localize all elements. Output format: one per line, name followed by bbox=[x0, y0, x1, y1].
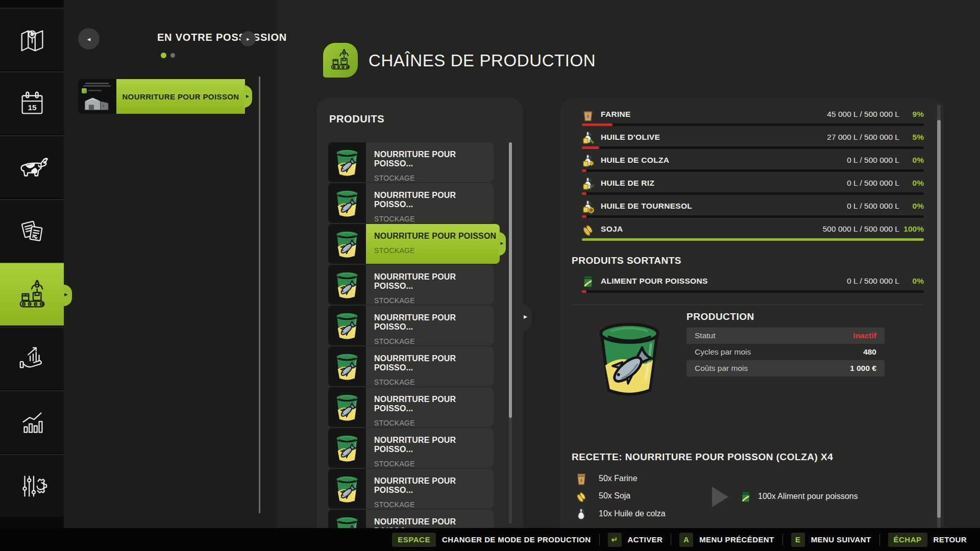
panel-expander[interactable]: ▸ bbox=[523, 304, 532, 331]
product-list-item[interactable]: NOURRITURE POUR POISSO... STOCKAGE bbox=[328, 428, 494, 468]
fish-food-bucket-icon bbox=[328, 224, 366, 264]
carousel-next-button[interactable]: ▸ bbox=[240, 31, 256, 46]
product-list-item[interactable]: NOURRITURE POUR POISSO... STOCKAGE bbox=[328, 346, 494, 386]
sidebar-item-calendar[interactable]: 15 bbox=[0, 71, 64, 134]
possession-item-arrow-icon: ▸ bbox=[246, 92, 249, 99]
input-row-soja: SOJA 500 000 L / 500 000 L 100% bbox=[582, 221, 924, 242]
input-bar-fill bbox=[582, 146, 599, 149]
input-bar bbox=[582, 215, 924, 218]
carousel-dot[interactable] bbox=[170, 53, 175, 58]
hint-previous-menu[interactable]: A MENU PRÉCÉDENT bbox=[679, 533, 774, 547]
hint-back[interactable]: ÉCHAP RETOUR bbox=[888, 533, 967, 547]
details-scrollbar-thumb[interactable] bbox=[937, 120, 941, 518]
input-bar bbox=[582, 238, 924, 241]
statistics-icon bbox=[16, 407, 48, 438]
a-key-badge: A bbox=[679, 533, 693, 547]
fish-food-bucket-icon bbox=[328, 428, 366, 468]
products-scrollbar[interactable] bbox=[509, 142, 512, 524]
possession-item-thumbnail[interactable] bbox=[78, 79, 116, 114]
carousel-prev-button[interactable]: ◂ bbox=[78, 28, 100, 49]
product-list-item[interactable]: NOURRITURE POUR POISSO... STOCKAGE bbox=[328, 469, 494, 509]
product-list-item[interactable]: NOURRITURE POUR POISSO... STOCKAGE bbox=[328, 510, 494, 528]
product-title: NOURRITURE POUR POISSO... bbox=[374, 477, 494, 495]
panel-expander-arrow-icon: ▸ bbox=[524, 312, 527, 320]
input-name: HUILE D'OLIVE bbox=[601, 133, 660, 142]
input-row-huile-riz: HUILE DE RIZ 0 L / 500 000 L 0% bbox=[582, 176, 924, 198]
canola-oil-icon bbox=[582, 154, 594, 168]
product-subtitle: STOCKAGE bbox=[374, 246, 500, 255]
input-amount: 0 L / 500 000 L bbox=[772, 179, 899, 188]
product-title: NOURRITURE POUR POISSO... bbox=[374, 436, 494, 454]
recipe-ingredient: 50x Farine bbox=[576, 471, 760, 487]
contracts-icon bbox=[16, 215, 48, 247]
input-name: HUILE DE COLZA bbox=[601, 156, 669, 165]
sidebar-item-animals[interactable] bbox=[0, 135, 64, 198]
sidebar-item-settings[interactable] bbox=[0, 454, 64, 517]
fish-food-bucket-icon bbox=[328, 265, 366, 305]
product-title: NOURRITURE POUR POISSO... bbox=[374, 191, 494, 209]
sidebar-item-map[interactable] bbox=[0, 8, 64, 70]
e-key-badge: E bbox=[791, 533, 805, 547]
fish-food-bucket-icon bbox=[328, 387, 366, 427]
carousel-dot-active[interactable] bbox=[161, 53, 166, 58]
hint-separator bbox=[671, 534, 671, 545]
possession-item[interactable]: NOURRITURE POUR POISSON ▸ bbox=[116, 79, 245, 114]
production-section-title: PRODUCTION bbox=[687, 311, 754, 322]
input-name: HUILE DE RIZ bbox=[601, 179, 654, 188]
thumb-text-line bbox=[83, 85, 111, 87]
product-subtitle: STOCKAGE bbox=[374, 215, 494, 223]
hint-label: ACTIVER bbox=[628, 535, 663, 544]
product-title: NOURRITURE POUR POISSO... bbox=[374, 354, 494, 372]
outputs-section-title: PRODUITS SORTANTS bbox=[572, 255, 681, 266]
input-bar bbox=[582, 146, 924, 149]
product-list-item-selected[interactable]: NOURRITURE POUR POISSON STOCKAGE ▸ bbox=[328, 224, 500, 264]
product-list-item[interactable]: NOURRITURE POUR POISSO... STOCKAGE bbox=[328, 387, 494, 427]
olive-oil-icon bbox=[582, 131, 594, 145]
recipe-ingredient: 50x Soja bbox=[576, 489, 760, 504]
product-title: NOURRITURE POUR POISSO... bbox=[374, 150, 494, 168]
product-subtitle: STOCKAGE bbox=[374, 337, 494, 345]
product-list-item[interactable]: NOURRITURE POUR POISSO... STOCKAGE bbox=[328, 142, 494, 182]
hint-change-production-mode[interactable]: ESPACE CHANGER DE MODE DE PRODUCTION bbox=[392, 533, 591, 547]
fish-food-bag-icon bbox=[740, 490, 751, 504]
costs-value: 1 000 € bbox=[850, 364, 876, 373]
product-list-item[interactable]: NOURRITURE POUR POISSO... STOCKAGE bbox=[328, 265, 494, 305]
key-hints-bar: ESPACE CHANGER DE MODE DE PRODUCTION ↵ A… bbox=[0, 528, 980, 551]
calendar-icon: 15 bbox=[16, 88, 48, 119]
sidebar-item-statistics[interactable] bbox=[0, 390, 64, 453]
ingredient-qty: 50x Farine bbox=[599, 474, 638, 483]
production-stats-table: Statut Inactif Cycles par mois 480 Coûts… bbox=[687, 328, 885, 377]
sidebar-item-production[interactable]: ▸ bbox=[0, 263, 64, 325]
input-bar bbox=[582, 192, 924, 195]
products-list: NOURRITURE POUR POISSO... STOCKAGE NOURR… bbox=[316, 142, 523, 528]
sidebar-item-finances[interactable] bbox=[0, 327, 64, 389]
hint-next-menu[interactable]: E MENU SUIVANT bbox=[791, 533, 871, 547]
possession-scrollbar[interactable] bbox=[259, 77, 260, 513]
hint-activate[interactable]: ↵ ACTIVER bbox=[608, 533, 663, 547]
active-tab-arrow-icon: ▸ bbox=[64, 290, 68, 298]
input-percent: 9% bbox=[901, 111, 924, 119]
page-header-icon bbox=[323, 43, 358, 78]
product-title: NOURRITURE POUR POISSO... bbox=[374, 395, 494, 413]
input-row-huile-colza: HUILE DE COLZA 0 L / 500 000 L 0% bbox=[582, 153, 924, 176]
main-sidebar: 15 ▸ bbox=[0, 0, 64, 551]
thumb-mini-icon bbox=[82, 88, 87, 93]
production-icon bbox=[16, 279, 48, 311]
product-list-item[interactable]: NOURRITURE POUR POISSO... STOCKAGE bbox=[328, 306, 494, 345]
escape-key-badge: ÉCHAP bbox=[888, 533, 927, 547]
canola-oil-icon bbox=[576, 508, 587, 521]
fish-food-bucket-icon bbox=[328, 306, 366, 345]
input-name: FARINE bbox=[601, 111, 631, 119]
input-bar-fill bbox=[582, 169, 586, 172]
input-name: SOJA bbox=[601, 224, 623, 234]
products-scrollbar-thumb[interactable] bbox=[509, 142, 512, 418]
flour-icon bbox=[582, 111, 594, 122]
page-title: CHAÎNES DE PRODUCTION bbox=[369, 51, 596, 70]
sidebar-item-contracts[interactable] bbox=[0, 199, 64, 262]
details-scrollbar[interactable] bbox=[937, 105, 941, 528]
space-key-badge: ESPACE bbox=[392, 533, 436, 547]
product-list-item[interactable]: NOURRITURE POUR POISSO... STOCKAGE bbox=[328, 183, 494, 223]
soybean-icon bbox=[576, 490, 587, 503]
cow-icon bbox=[16, 152, 48, 183]
products-panel-title: PRODUITS bbox=[329, 113, 384, 125]
